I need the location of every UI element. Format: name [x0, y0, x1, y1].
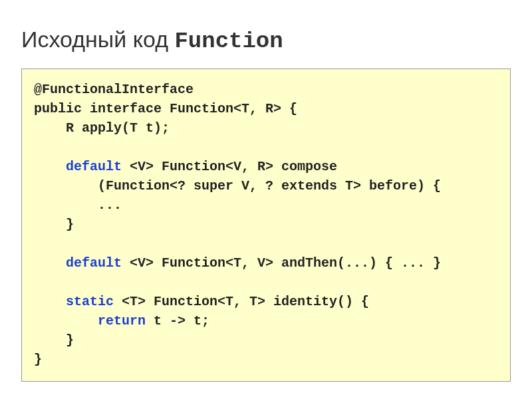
slide: Исходный код Function @FunctionalInterfa…	[0, 0, 532, 395]
code-line: (Function<? super V, ? extends T> before…	[34, 178, 441, 194]
keyword-return: return	[34, 313, 146, 329]
title-class-name: Function	[174, 29, 283, 54]
title-prefix: Исходный код	[21, 27, 174, 52]
code-line: }	[34, 352, 42, 367]
code-line: <V> Function<T, V> andThen(...) { ... }	[122, 255, 441, 271]
code-line: t -> t;	[146, 313, 209, 329]
keyword-default: default	[34, 159, 122, 174]
code-line: }	[34, 332, 74, 348]
code-line: <V> Function<V, R> compose	[122, 159, 337, 174]
code-line: }	[34, 217, 74, 232]
code-line: R apply(T t);	[34, 120, 170, 136]
code-block: @FunctionalInterface public interface Fu…	[21, 68, 511, 382]
code-line: ...	[34, 198, 122, 213]
keyword-default: default	[34, 255, 122, 271]
slide-title: Исходный код Function	[21, 27, 511, 54]
code-line: public interface Function<T, R> {	[34, 101, 297, 116]
code-line: @FunctionalInterface	[34, 82, 194, 97]
code-line: <T> Function<T, T> identity() {	[114, 294, 369, 309]
keyword-static: static	[34, 294, 114, 309]
